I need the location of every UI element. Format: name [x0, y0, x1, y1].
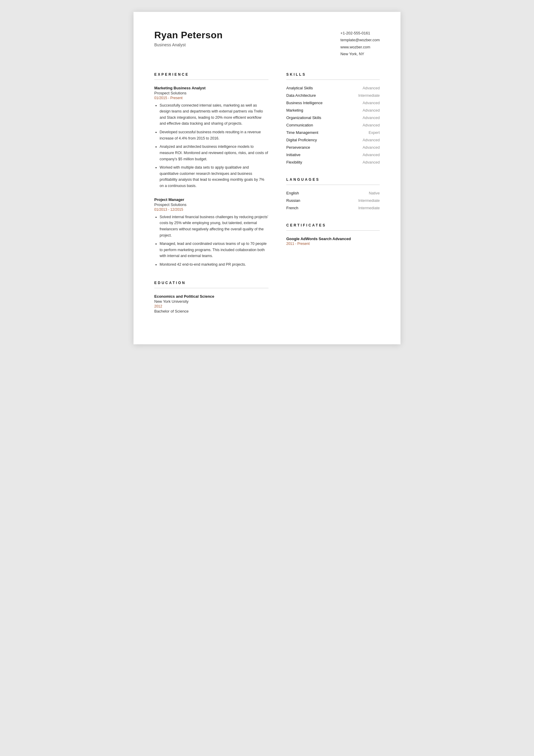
- job-1-bullet-3: Analyzed and architected business intell…: [160, 144, 268, 162]
- skill-level-6: Expert: [369, 130, 380, 135]
- skill-level-3: Advanced: [363, 108, 380, 113]
- lang-level-0: Native: [369, 191, 380, 195]
- job-1-company: Prospect Solutions: [154, 91, 268, 95]
- skills-section: SKILLS Analytical Skills Advanced Data A…: [286, 72, 380, 164]
- right-column: SKILLS Analytical Skills Advanced Data A…: [286, 72, 380, 327]
- header-left: Ryan Peterson Business Analyst: [154, 30, 223, 47]
- skill-name-1: Data Architecture: [286, 93, 316, 98]
- skill-name-8: Perseverance: [286, 145, 310, 149]
- cert-name-0: Google AdWords Search Advanced: [286, 236, 380, 241]
- skill-level-9: Advanced: [363, 152, 380, 157]
- experience-section-title: EXPERIENCE: [154, 72, 268, 77]
- lang-name-0: English: [286, 191, 299, 195]
- header-contact: +1-202-555-0161 template@wozber.com www.…: [341, 30, 380, 58]
- skill-row-4: Organizational Skills Advanced: [286, 116, 380, 120]
- skill-row-3: Marketing Advanced: [286, 108, 380, 113]
- skill-name-2: Business Intelligence: [286, 101, 322, 105]
- edu-school: New York University: [154, 299, 268, 304]
- skill-name-7: Digital Proficiency: [286, 138, 317, 142]
- job-2: Project Manager Prospect Solutions 01/20…: [154, 197, 268, 268]
- certificates-section-title: CERTIFICATES: [286, 223, 380, 228]
- lang-row-2: French Intermediate: [286, 206, 380, 210]
- skill-name-0: Analytical Skills: [286, 86, 313, 90]
- skill-name-9: Initiative: [286, 152, 300, 157]
- skill-level-5: Advanced: [363, 123, 380, 127]
- skill-name-3: Marketing: [286, 108, 303, 113]
- skill-row-7: Digital Proficiency Advanced: [286, 138, 380, 142]
- job-1-bullet-2: Developed successful business models res…: [160, 129, 268, 141]
- lang-level-1: Intermediate: [358, 198, 380, 203]
- edu-type: Bachelor of Science: [154, 309, 268, 313]
- skill-level-0: Advanced: [363, 86, 380, 90]
- skill-name-10: Flexibility: [286, 160, 302, 164]
- job-1: Marketing Business Analyst Prospect Solu…: [154, 86, 268, 189]
- skill-name-5: Communication: [286, 123, 313, 127]
- skill-level-2: Advanced: [363, 101, 380, 105]
- skill-row-9: Initiative Advanced: [286, 152, 380, 157]
- skill-row-1: Data Architecture Intermediate: [286, 93, 380, 98]
- education-section: EDUCATION Economics and Political Scienc…: [154, 281, 268, 313]
- job-2-bullet-1: Solved internal financial business chall…: [160, 214, 268, 239]
- lang-level-2: Intermediate: [358, 206, 380, 210]
- edu-degree: Economics and Political Science: [154, 294, 268, 299]
- candidate-title: Business Analyst: [154, 42, 223, 47]
- skill-level-10: Advanced: [363, 160, 380, 164]
- skill-name-4: Organizational Skills: [286, 116, 321, 120]
- job-1-dates: 01/2015 - Present: [154, 96, 268, 100]
- skill-row-2: Business Intelligence Advanced: [286, 101, 380, 105]
- lang-name-1: Russian: [286, 198, 300, 203]
- lang-row-0: English Native: [286, 191, 380, 195]
- job-1-bullets: Successfully connected internal sales, m…: [154, 102, 268, 189]
- education-entry-1: Economics and Political Science New York…: [154, 294, 268, 313]
- experience-section: EXPERIENCE Marketing Business Analyst Pr…: [154, 72, 268, 268]
- job-1-bullet-1: Successfully connected internal sales, m…: [160, 102, 268, 127]
- lang-row-1: Russian Intermediate: [286, 198, 380, 203]
- job-2-bullet-2: Managed, lead and coordinated various te…: [160, 241, 268, 259]
- languages-section: LANGUAGES English Native Russian Interme…: [286, 177, 380, 210]
- skill-level-8: Advanced: [363, 145, 380, 149]
- skill-row-0: Analytical Skills Advanced: [286, 86, 380, 90]
- job-1-bullet-4: Worked with multiple data sets to apply …: [160, 164, 268, 189]
- lang-name-2: French: [286, 206, 298, 210]
- job-2-title: Project Manager: [154, 197, 268, 202]
- main-content: EXPERIENCE Marketing Business Analyst Pr…: [154, 72, 380, 327]
- header-section: Ryan Peterson Business Analyst +1-202-55…: [154, 30, 380, 58]
- skills-section-title: SKILLS: [286, 72, 380, 77]
- languages-divider: [286, 185, 380, 185]
- job-2-bullet-3: Monitored 42 end-to-end marketing and PR…: [160, 261, 268, 268]
- job-2-dates: 01/2013 - 12/2015: [154, 207, 268, 212]
- skill-row-6: Time Management Expert: [286, 130, 380, 135]
- skill-row-8: Perseverance Advanced: [286, 145, 380, 149]
- edu-year: 2012: [154, 304, 268, 309]
- contact-phone: +1-202-555-0161: [341, 30, 380, 37]
- job-1-title: Marketing Business Analyst: [154, 86, 268, 90]
- contact-website: www.wozber.com: [341, 44, 380, 50]
- skill-level-7: Advanced: [363, 138, 380, 142]
- candidate-name: Ryan Peterson: [154, 30, 223, 40]
- job-2-company: Prospect Solutions: [154, 202, 268, 207]
- contact-location: New York, NY: [341, 50, 380, 57]
- certificates-section: CERTIFICATES Google AdWords Search Advan…: [286, 223, 380, 246]
- education-section-title: EDUCATION: [154, 281, 268, 285]
- resume-document: Ryan Peterson Business Analyst +1-202-55…: [134, 12, 400, 344]
- contact-email: template@wozber.com: [341, 37, 380, 43]
- skill-row-5: Communication Advanced: [286, 123, 380, 127]
- languages-section-title: LANGUAGES: [286, 177, 380, 182]
- skill-row-10: Flexibility Advanced: [286, 160, 380, 164]
- cert-dates-0: 2011 - Present: [286, 242, 380, 246]
- skill-name-6: Time Management: [286, 130, 318, 135]
- skill-level-4: Advanced: [363, 116, 380, 120]
- education-divider: [154, 288, 268, 288]
- skill-level-1: Intermediate: [358, 93, 380, 98]
- left-column: EXPERIENCE Marketing Business Analyst Pr…: [154, 72, 268, 327]
- job-2-bullets: Solved internal financial business chall…: [154, 214, 268, 268]
